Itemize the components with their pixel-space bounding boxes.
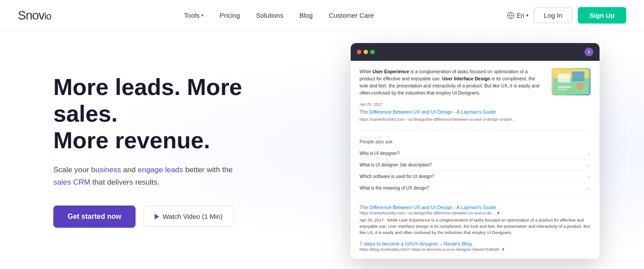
get-started-button[interactable]: Get started now — [53, 206, 136, 228]
svg-rect-3 — [558, 74, 570, 83]
logo-brand: Snov — [18, 8, 44, 22]
paa-item-1[interactable]: What is UI designer Job description? ⌄ — [360, 159, 591, 171]
browser-dots — [357, 50, 375, 54]
svg-rect-4 — [572, 71, 584, 81]
signup-button[interactable]: Sign Up — [578, 7, 626, 24]
maximize-dot — [370, 50, 375, 54]
hero-cta: Get started now Watch Video (1 Min) — [53, 206, 276, 228]
header: Snovio Tools ▾ Pricing Solutions Blog Cu… — [0, 0, 644, 31]
browser-content: While User Experience is a conglomeratio… — [351, 61, 600, 259]
watch-video-label: Watch Video (1 Min) — [163, 213, 223, 220]
search-text: While User Experience is a conglomeratio… — [360, 68, 544, 123]
result3-url-text: https://blog.ncolesady.com/7-steps-to-be… — [360, 247, 500, 252]
svg-rect-7 — [558, 89, 568, 90]
search-result-top: While User Experience is a conglomeratio… — [360, 68, 591, 131]
search-result-url: https://careerfoundry.com › ux-design/th… — [360, 117, 515, 122]
logo[interactable]: Snovio — [18, 8, 51, 23]
svg-point-5 — [576, 83, 584, 90]
browser-mockup: S While User Experience is a conglomerat… — [351, 43, 600, 259]
language-selector[interactable]: En ▾ — [507, 12, 528, 20]
paa-label: People also ask — [360, 139, 591, 144]
nav-item-blog[interactable]: Blog — [300, 12, 313, 19]
play-icon — [155, 214, 159, 219]
search-body: While User Experience is a conglomeratio… — [360, 68, 544, 97]
search-result-bottom: The Difference Between UX and UI Design … — [360, 200, 591, 252]
paa-item-3[interactable]: What is the meaning of UX design? ⌄ — [360, 182, 591, 194]
hero-subtitle: Scale your business and engage leads bet… — [53, 164, 244, 189]
paa-item-2[interactable]: Which software is used for UI design? ⌄ — [360, 171, 591, 182]
svg-rect-6 — [558, 86, 571, 88]
chevron-down-icon: ⌄ — [587, 174, 591, 178]
chevron-down-icon: ⌄ — [587, 162, 591, 167]
result3-link[interactable]: 7 steps to become a UI/UX designer – Nic… — [360, 241, 591, 246]
chevron-down-icon: ⌄ — [587, 186, 591, 190]
paa-question-1: What is UI designer Job description? — [360, 162, 432, 167]
result2-url-text: https://careerfoundry.com › ux-design/th… — [360, 211, 495, 215]
people-also-ask: People also ask Who is UI designer? ⌄ Wh… — [360, 139, 591, 194]
browser-bar: S — [351, 43, 600, 61]
result2-url: https://careerfoundry.com › ux-design/th… — [360, 211, 591, 215]
header-right: En ▾ Log In Sign Up — [507, 7, 626, 24]
nav-label-solutions: Solutions — [256, 12, 284, 19]
globe-icon — [507, 12, 515, 20]
expand-icon2: ▼ — [501, 247, 505, 252]
chevron-down-icon: ▾ — [201, 13, 204, 18]
result2-link[interactable]: The Difference Between UX and UI Design … — [360, 205, 591, 210]
logo-suffix: io — [44, 11, 51, 22]
minimize-dot — [364, 50, 368, 54]
paa-question-3: What is the meaning of UX design? — [360, 186, 429, 190]
nav-label-tools: Tools — [184, 12, 200, 19]
nav-label-blog: Blog — [300, 12, 313, 19]
watch-video-button[interactable]: Watch Video (1 Min) — [144, 206, 234, 227]
nav-item-pricing[interactable]: Pricing — [220, 12, 240, 19]
close-dot — [357, 50, 361, 54]
nav-item-customer-care[interactable]: Customer Care — [329, 12, 374, 19]
hero-title: More leads. More sales.More revenue. — [53, 74, 276, 154]
hero-section: More leads. More sales.More revenue. Sca… — [0, 31, 644, 269]
lang-label: En — [516, 12, 524, 19]
search-result-link[interactable]: The Difference Between UX and UI Design … — [360, 109, 544, 115]
hero-left: More leads. More sales.More revenue. Sca… — [53, 74, 276, 227]
nav-label-customer-care: Customer Care — [329, 12, 374, 19]
main-nav: Tools ▾ Pricing Solutions Blog Customer … — [184, 12, 374, 19]
lang-chevron-icon: ▾ — [526, 13, 528, 18]
hero-right: S While User Experience is a conglomerat… — [351, 43, 608, 259]
result2-snippet: Apr 25, 2017 · While User Experience is … — [360, 217, 591, 236]
avatar: S — [584, 47, 593, 56]
nav-item-solutions[interactable]: Solutions — [256, 12, 284, 19]
paa-item-0[interactable]: Who is UI designer? ⌄ — [360, 148, 591, 159]
nav-item-tools[interactable]: Tools ▾ — [184, 12, 204, 19]
expand-icon: ▼ — [496, 211, 500, 215]
result3-url: https://blog.ncolesady.com/7-steps-to-be… — [360, 247, 591, 252]
search-date: Apr 25, 2017 — [360, 102, 383, 107]
chevron-down-icon: ⌄ — [587, 151, 591, 155]
thumbnail-svg — [553, 69, 589, 94]
paa-question-2: Which software is used for UI design? — [360, 174, 434, 179]
search-result-thumbnail — [552, 68, 591, 95]
nav-label-pricing: Pricing — [220, 12, 240, 19]
paa-question-0: Who is UI designer? — [360, 151, 400, 156]
login-button[interactable]: Log In — [534, 8, 573, 23]
